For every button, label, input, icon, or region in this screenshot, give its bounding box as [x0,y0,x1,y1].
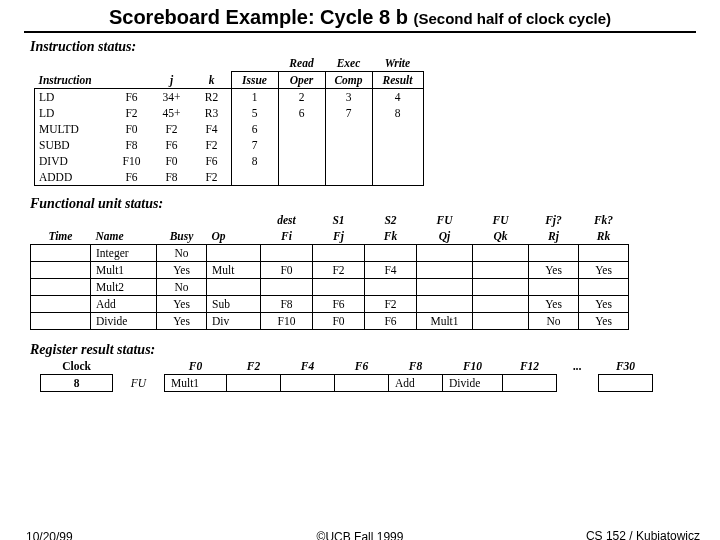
table-row: LD F2 45+ R3 5 6 7 8 [35,105,424,121]
slide-title: Scoreboard Example: Cycle 8 b (Second ha… [24,0,696,33]
slide-body: Instruction status: Read Exec Write Inst… [0,33,720,392]
footer-course: CS 152 / Kubiatowicz Lec15.44 [586,530,700,540]
table-row: Divide Yes Div F10 F0 F6 Mult1 No Yes [31,313,629,330]
table-row: MULTD F0 F2 F4 6 [35,121,424,137]
title-sub: (Second half of clock cycle) [414,10,612,27]
table-row: ADDD F6 F8 F2 [35,169,424,186]
instruction-status-heading: Instruction status: [30,39,690,55]
table-row: 8 FU Mult1 Add Divide [41,375,653,392]
table-row: Integer No [31,245,629,262]
register-status-table: Clock F0 F2 F4 F6 F8 F10 F12 ... F30 8 F… [40,358,653,392]
table-row: DIVD F10 F0 F6 8 [35,153,424,169]
title-main: Scoreboard Example: Cycle 8 b [109,6,408,28]
fu-status-heading: Functional unit status: [30,196,690,212]
instruction-status-table: Read Exec Write Instruction j k Issue Op… [34,55,424,186]
table-row: Add Yes Sub F8 F6 F2 Yes Yes [31,296,629,313]
fu-status-table: dest S1 S2 FU FU Fj? Fk? Time Name Busy … [30,212,629,330]
table-row: Mult2 No [31,279,629,296]
table-row: Mult1 Yes Mult F0 F2 F4 Yes Yes [31,262,629,279]
table-row: LD F6 34+ R2 1 2 3 4 [35,89,424,106]
register-status-heading: Register result status: [30,342,690,358]
clock-value: 8 [41,375,113,392]
table-row: SUBD F8 F6 F2 7 [35,137,424,153]
